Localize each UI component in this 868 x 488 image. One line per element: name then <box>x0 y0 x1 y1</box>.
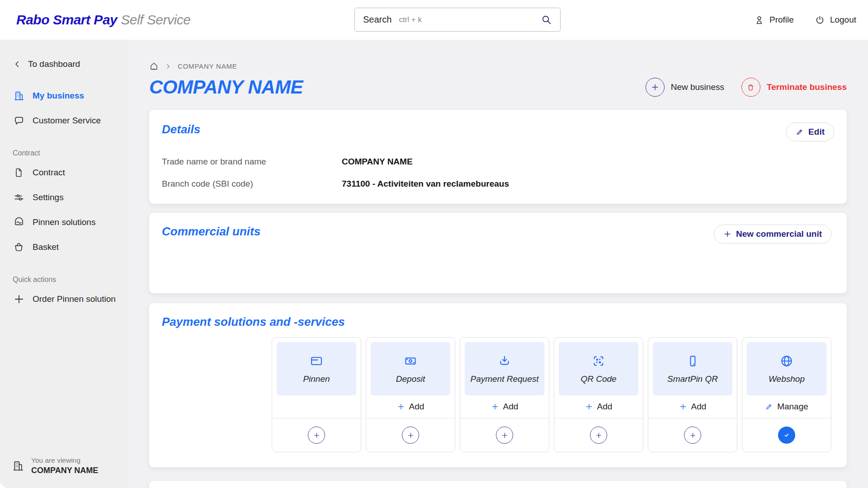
detail-row-branch-code: Branch code (SBI code) 731100 - Activite… <box>162 179 834 189</box>
sidebar-item-label: My business <box>33 91 84 101</box>
chevron-right-icon <box>165 63 172 70</box>
tile-hero: QR Code <box>559 342 638 395</box>
sidebar-item-settings[interactable]: Settings <box>0 185 128 210</box>
search-input[interactable]: Search ctrl + k <box>354 8 561 32</box>
add-circle-button[interactable] <box>684 427 701 444</box>
payment-tiles: Pinnen Deposit <box>162 337 831 452</box>
sidebar-item-my-business[interactable]: My business <box>0 83 128 108</box>
tile-hero: Payment Request <box>465 342 544 395</box>
add-action[interactable]: Add <box>554 395 643 418</box>
next-section-card <box>149 481 847 488</box>
profile-button[interactable]: Profile <box>754 15 794 25</box>
sidebar-item-basket[interactable]: Basket <box>0 235 128 259</box>
active-check-button[interactable] <box>778 427 795 444</box>
tile-name: SmartPin QR <box>667 374 718 384</box>
details-heading: Details <box>162 122 200 136</box>
breadcrumb-current: COMPANY NAME <box>178 62 237 70</box>
sidebar-section-quick-actions: Quick actions <box>0 276 128 284</box>
tile-name: Webshop <box>769 374 805 384</box>
add-action[interactable]: Add <box>460 395 549 418</box>
brand-rabo: Rabo <box>16 12 49 27</box>
profile-icon <box>754 15 764 25</box>
plus-icon <box>679 403 687 411</box>
tile-webshop: Webshop Manage <box>742 337 831 452</box>
manage-action[interactable]: Manage <box>742 395 831 418</box>
tile-name: Pinnen <box>303 374 330 384</box>
plus-icon <box>491 403 499 411</box>
profile-label: Profile <box>769 15 794 25</box>
sidebar-section-contract: Contract <box>0 149 128 157</box>
sidebar-item-pinnen-solutions[interactable]: Pinnen solutions <box>0 210 128 235</box>
chevron-left-icon <box>13 60 22 69</box>
credit-card-icon <box>309 354 324 368</box>
tile-pinnen: Pinnen <box>272 337 361 452</box>
edit-button[interactable]: Edit <box>786 122 834 141</box>
detail-value: 731100 - Activiteiten van reclamebureaus <box>342 179 509 189</box>
sidebar-item-label: Basket <box>33 242 59 252</box>
trash-icon <box>741 78 760 97</box>
building-icon <box>12 460 24 472</box>
plus-icon <box>13 293 25 305</box>
tile-hero: Deposit <box>371 342 450 395</box>
logout-label: Logout <box>830 15 856 25</box>
add-label: Add <box>691 402 707 412</box>
sidebar-item-label: Customer Service <box>33 116 101 126</box>
globe-icon <box>779 354 794 368</box>
app-header: RaboSmart PaySelf Service Search ctrl + … <box>0 0 868 40</box>
breadcrumb: COMPANY NAME <box>149 61 847 71</box>
tile-hero: Webshop <box>747 342 826 395</box>
new-business-button[interactable]: New business <box>646 78 724 97</box>
banknote-icon <box>403 354 418 368</box>
sidebar-item-label: Contract <box>33 168 65 178</box>
plus-icon <box>585 403 593 411</box>
add-label: Add <box>503 402 519 412</box>
viewing-company-indicator: You are viewing COMPANY NAME <box>0 456 128 475</box>
new-commercial-unit-label: New commercial unit <box>736 229 822 239</box>
logout-button[interactable]: Logout <box>815 15 856 25</box>
add-circle-button[interactable] <box>308 427 325 444</box>
tile-footer <box>742 418 831 452</box>
plus-icon <box>723 230 731 238</box>
edit-label: Edit <box>808 127 825 137</box>
terminate-business-label: Terminate business <box>767 82 847 92</box>
sidebar-item-label: Settings <box>33 192 64 202</box>
tile-hero: Pinnen <box>277 342 356 395</box>
tile-name: Payment Request <box>470 374 538 384</box>
viewing-label: You are viewing <box>31 456 98 465</box>
detail-label: Trade name or brand name <box>162 157 342 167</box>
tile-name: QR Code <box>580 374 616 384</box>
add-circle-button[interactable] <box>402 427 419 444</box>
header-actions: Profile Logout <box>754 15 856 25</box>
home-icon[interactable] <box>149 61 159 71</box>
document-icon <box>13 167 25 178</box>
back-to-dashboard-label: To dashboard <box>28 59 80 69</box>
add-action[interactable]: Add <box>366 395 455 418</box>
sidebar-item-label: Pinnen solutions <box>33 217 95 227</box>
tile-smartpin-qr: SmartPin QR Add <box>648 337 737 452</box>
add-label: Add <box>597 402 613 412</box>
add-circle-button[interactable] <box>496 427 513 444</box>
pencil-icon <box>796 128 804 136</box>
download-tray-icon <box>497 354 512 368</box>
sidebar-item-customer-service[interactable]: Customer Service <box>0 108 128 133</box>
page-title: COMPANY NAME <box>149 76 303 98</box>
add-circle-button[interactable] <box>590 427 607 444</box>
new-business-label: New business <box>671 82 724 92</box>
new-commercial-unit-button[interactable]: New commercial unit <box>714 225 831 244</box>
tile-deposit: Deposit Add <box>366 337 455 452</box>
manage-label: Manage <box>777 402 808 412</box>
search-icon[interactable] <box>541 14 552 25</box>
payment-terminal-icon <box>13 216 25 228</box>
add-action[interactable]: Add <box>648 395 737 418</box>
brand-selfservice: Self Service <box>121 12 190 27</box>
search-shortcut-hint: ctrl + k <box>399 15 422 24</box>
tile-payment-request: Payment Request Add <box>460 337 549 452</box>
sidebar: To dashboard My business Customer Servic… <box>0 40 128 488</box>
back-to-dashboard-link[interactable]: To dashboard <box>0 55 128 73</box>
sidebar-item-contract[interactable]: Contract <box>0 160 128 185</box>
tile-qr-code: QR Code Add <box>554 337 643 452</box>
main-content: COMPANY NAME COMPANY NAME New business T… <box>128 40 868 488</box>
tile-footer <box>366 418 455 452</box>
terminate-business-button[interactable]: Terminate business <box>741 78 847 97</box>
sidebar-item-order-pinnen-solution[interactable]: Order Pinnen solution <box>0 286 128 311</box>
